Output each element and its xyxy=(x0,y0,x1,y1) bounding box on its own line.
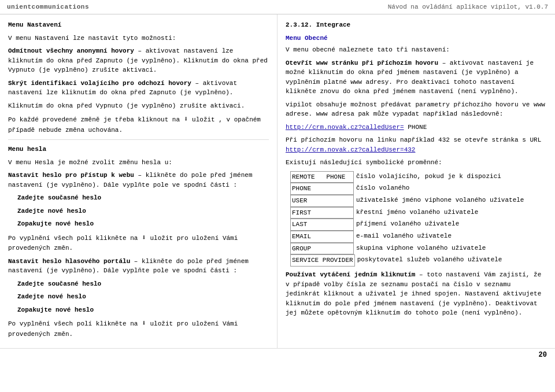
menu-nastaveni-title: Menu Nastavení xyxy=(8,20,269,30)
otevrit-para: Otevřít www stránku při příchozím hovoru… xyxy=(286,58,547,97)
var-row-4: LAST příjmení volaného uživatele xyxy=(290,219,547,231)
heslo-save-para: Po vyplnění všech polí klikněte na uloži… xyxy=(8,232,269,253)
brand: unientcommunications xyxy=(7,3,89,10)
menu-nastaveni-intro: V menu Nastavení lze nastavit tyto možno… xyxy=(8,34,269,43)
heslo-field-2: Zadejte nové heslo xyxy=(17,206,269,216)
var-name-2: USER xyxy=(290,195,354,207)
doc-title: Návod na ovládání aplikace vipilot, v1.0… xyxy=(388,3,548,10)
var-name-6: GROUP xyxy=(290,243,354,255)
heslo-save-para2: Po vyplnění všech polí klikněte na uloži… xyxy=(8,318,269,339)
divider-1 xyxy=(8,139,269,140)
skryt-label: Skrýt identifikaci volajícího pro odchoz… xyxy=(8,80,191,87)
var-desc-7: poskytovatel služeb volaného uživatele xyxy=(357,254,547,267)
var-row-1: PHONE číslo volaného xyxy=(290,183,547,195)
main-content: Menu Nastavení V menu Nastavení lze nast… xyxy=(0,14,555,348)
link2[interactable]: http://crm.novak.cz?calledUser=432 xyxy=(286,146,415,153)
var-desc-2: uživatelské jméno viphone volaného uživa… xyxy=(356,195,547,207)
link1-suffix: PHONE xyxy=(404,124,427,131)
var-name-5: EMAIL xyxy=(290,231,354,243)
save-note-uložit: uložit xyxy=(192,116,215,123)
heslo-fields-group: Zadejte současné heslo Zadejte nové hesl… xyxy=(17,193,269,229)
var-row-0: REMOTE PHONE číslo volajícího, pokud je … xyxy=(290,171,547,183)
var-row-7: SERVICE PROVIDER poskytovatel služeb vol… xyxy=(290,254,547,267)
kliknuti-para: Kliknutím do okna před Vypnuto (je vypln… xyxy=(8,101,269,111)
heslo-field-3: Zopakujte nové heslo xyxy=(17,219,269,229)
link1-para: http://crm.novak.cz?calledUser= PHONE xyxy=(286,123,547,132)
section-num: 2.3.12. xyxy=(286,21,316,28)
var-row-2: USER uživatelské jméno viphone volaného … xyxy=(290,195,547,207)
heslo-save-note3: Po vyplnění všech polí klikněte na xyxy=(8,320,138,327)
heslo-hlasovy-label: Nastavit heslo hlasového portálu xyxy=(8,258,130,265)
heslo-field-1: Zadejte současné heslo xyxy=(17,193,269,203)
var-name-0: REMOTE PHONE xyxy=(290,171,354,183)
heslo-field2-3: Zopakujte nové heslo xyxy=(17,305,269,315)
var-desc-4: příjmení volaného uživatele xyxy=(356,219,547,231)
var-desc-5: e-mail volaného uživatele xyxy=(356,231,547,243)
skryt-para: Skrýt identifikaci volajícího pro odchoz… xyxy=(8,79,269,98)
heslo-save-uložit: uložit xyxy=(150,234,173,241)
save-icon-2 xyxy=(142,232,146,244)
otevrit-label: Otevřít www stránku při příchozím hovoru xyxy=(286,60,438,66)
odmit-para: Odmítnout všechny anonymní hovory – akti… xyxy=(8,46,269,75)
var-name-1: PHONE xyxy=(290,183,354,195)
section-num-title: 2.3.12. Integrace xyxy=(286,20,547,30)
heslo-fields-group2: Zadejte současné heslo Zadejte nové hesl… xyxy=(17,279,269,315)
var-name-7: SERVICE PROVIDER xyxy=(290,254,355,267)
existuji-para: Existují následující symbolické proměnné… xyxy=(286,158,547,168)
pouzivat-para: Používat vytáčení jedním kliknutím – tot… xyxy=(286,270,547,318)
heslo-web-label: Nastavit heslo pro přístup k webu xyxy=(8,172,134,179)
var-desc-3: křestní jméno volaného uživatele xyxy=(356,207,547,219)
save-note-para: Po každé provedené změně je třeba klikno… xyxy=(8,114,269,135)
var-row-3: FIRST křestní jméno volaného uživatele xyxy=(290,207,547,219)
heslo-field2-1: Zadejte současné heslo xyxy=(17,279,269,289)
var-desc-0: číslo volajícího, pokud je k dispozici xyxy=(356,171,547,183)
save-note-text: Po každé provedené změně je třeba klikno… xyxy=(8,116,180,123)
vipilot-para: vipilot obsahuje možnost předávat parame… xyxy=(286,100,547,119)
odmit-label: Odmítnout všechny anonymní hovory xyxy=(8,47,134,54)
menu-hesla-title: Menu hesla xyxy=(8,145,269,154)
right-column: 2.3.12. Integrace Menu Obecné V menu obe… xyxy=(278,14,555,348)
footer: 20 xyxy=(0,348,555,361)
menu-hesla-intro: V menu Hesla je možné zvolit změnu hesla… xyxy=(8,158,269,168)
var-name-4: LAST xyxy=(290,219,354,231)
heslo-web-para: Nastavit heslo pro přístup k webu – klik… xyxy=(8,171,269,190)
var-row-6: GROUP skupina viphone volaného uživatele xyxy=(290,243,547,255)
save-icon-3 xyxy=(142,318,146,330)
var-row-5: EMAIL e-mail volaného uživatele xyxy=(290,231,547,243)
left-column: Menu Nastavení V menu Nastavení lze nast… xyxy=(0,14,278,348)
var-desc-6: skupina viphone volaného uživatele xyxy=(356,243,547,255)
variables-table: REMOTE PHONE číslo volajícího, pokud je … xyxy=(290,171,547,267)
section-name-text: Integrace xyxy=(316,21,350,28)
pri-para: Při příchozím hovoru na linku například … xyxy=(286,135,547,154)
pri-text: Při příchozím hovoru na linku například … xyxy=(286,136,541,143)
page: unientcommunications Návod na ovládání a… xyxy=(0,0,555,361)
heslo-save-note: Po vyplnění všech polí klikněte na xyxy=(8,234,138,241)
heslo-hlasovy-para: Nastavit heslo hlasového portálu – klikn… xyxy=(8,257,269,276)
pouzivat-label: Používat vytáčení jedním kliknutím xyxy=(286,271,415,278)
obecne-intro: V menu obecné naleznete tato tři nastave… xyxy=(286,45,547,55)
header: unientcommunications Návod na ovládání a… xyxy=(0,0,555,14)
heslo-save-uložit2: uložit xyxy=(150,320,173,327)
var-desc-1: číslo volaného xyxy=(356,183,547,195)
heslo-field2-2: Zadejte nové heslo xyxy=(17,292,269,302)
var-name-3: FIRST xyxy=(290,207,354,219)
link1[interactable]: http://crm.novak.cz?calledUser= xyxy=(286,124,404,131)
save-icon-1 xyxy=(184,114,188,125)
menu-obecne-label: Menu Obecné xyxy=(286,34,547,43)
page-number: 20 xyxy=(539,351,547,359)
